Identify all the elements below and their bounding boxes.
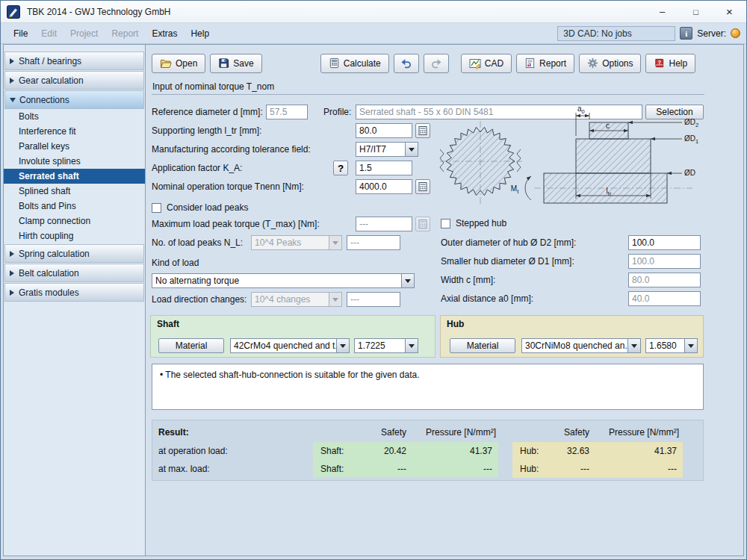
result-panel: Result: Safety Pressure [N/mm²] Safety P… — [152, 420, 704, 481]
tolerance-combo[interactable]: H7/IT7 — [356, 142, 418, 157]
chevron-down-icon[interactable] — [627, 339, 640, 352]
cad-button[interactable]: CAD — [461, 54, 512, 73]
sidebar-item-bolts[interactable]: Bolts — [4, 109, 145, 124]
shaft-panel-title: Shaft — [157, 319, 179, 329]
window-title: TBK 2014 - GWJ Technology GmbH — [27, 7, 171, 17]
info-icon[interactable]: i — [680, 27, 692, 40]
gear-icon — [587, 57, 598, 69]
cad-label: CAD — [485, 58, 503, 69]
menu-extras[interactable]: Extras — [145, 25, 184, 42]
message-box: • The selected shaft-hub-connection is s… — [152, 364, 704, 410]
save-button[interactable]: Save — [210, 54, 261, 73]
sidebar-section-spring-calculation[interactable]: Spring calculation — [4, 244, 144, 263]
application-factor-help-button[interactable]: ? — [333, 161, 348, 175]
report-document-icon — [524, 57, 536, 69]
undo-arrow-icon — [400, 57, 412, 69]
open-button[interactable]: Open — [152, 54, 205, 73]
chevron-down-icon[interactable] — [405, 143, 418, 156]
nominal-torque-field[interactable] — [356, 179, 412, 194]
hub-material-name: 30CrNiMo8 quenched an... — [522, 339, 627, 352]
section-label: Belt calculation — [19, 268, 79, 279]
app-logo-icon — [7, 5, 20, 19]
chevron-down-icon[interactable] — [336, 339, 349, 352]
section-label: Shaft / bearings — [19, 56, 81, 66]
nominal-torque-label: Nominal operation torque Tnenn [Nm]: — [152, 179, 304, 194]
sidebar-section-gratis-modules[interactable]: Gratis modules — [4, 283, 144, 302]
sidebar-section-belt-calculation[interactable]: Belt calculation — [4, 264, 144, 282]
calculate-button[interactable]: Calculate — [320, 54, 389, 73]
server-label: Server: — [697, 28, 726, 39]
serrated-cross-section — [446, 127, 515, 195]
chevron-right-icon — [10, 251, 14, 257]
title-bar: TBK 2014 - GWJ Technology GmbH – □ × — [1, 1, 746, 23]
shaft-material-number: 1.7225 — [355, 339, 405, 352]
shaft-material-button[interactable]: Material — [158, 338, 224, 353]
close-button[interactable]: × — [713, 1, 746, 22]
chevron-down-icon — [329, 293, 341, 306]
hub-material-combo[interactable]: 30CrNiMo8 quenched an... — [521, 338, 641, 353]
chevron-down-icon[interactable] — [684, 339, 697, 352]
message-bullet: • — [160, 370, 163, 380]
shaft-material-number-combo[interactable]: 1.7225 — [354, 338, 418, 353]
menu-project: Project — [63, 25, 105, 42]
hub-pressure-value: --- — [598, 460, 677, 478]
sidebar-item-clamp-connection[interactable]: Clamp connection — [4, 214, 145, 228]
dim-label-c: c — [606, 122, 610, 130]
pressure-header-shaft: Pressure [N/mm²] — [412, 426, 496, 439]
server-status-icon — [731, 28, 740, 38]
chevron-down-icon[interactable] — [405, 339, 418, 352]
nominal-torque-calc-button[interactable] — [415, 179, 430, 194]
redo-arrow-icon — [430, 57, 442, 69]
sidebar-section-gear-calculation[interactable]: Gear calculation — [4, 71, 144, 90]
supporting-length-calc-button[interactable] — [415, 123, 430, 138]
load-peaks-option: 10^4 Peaks — [252, 236, 329, 249]
hub-material-button[interactable]: Material — [450, 338, 515, 353]
pressure-header-hub: Pressure [N/mm²] — [595, 426, 679, 439]
menu-file[interactable]: File — [7, 25, 34, 42]
toolbar: Open Save — [152, 53, 700, 73]
sidebar-item-hirth-coupling[interactable]: Hirth coupling — [4, 228, 145, 243]
sidebar-item-involute-splines[interactable]: Involute splines — [4, 154, 145, 169]
shaft-material-name: 42CrMo4 quenched and t... — [231, 339, 336, 352]
options-button[interactable]: Options — [579, 54, 641, 73]
sidebar-item-splined-shaft[interactable]: Splined shaft — [4, 184, 145, 199]
hub-material-number-combo[interactable]: 1.6580 — [645, 338, 698, 353]
section-title: Input of nominal torque T_nom — [152, 81, 274, 92]
supporting-length-field[interactable] — [356, 123, 412, 138]
calculate-label: Calculate — [344, 58, 381, 69]
menu-edit: Edit — [34, 25, 63, 42]
sidebar-item-parallel-keys[interactable]: Parallel keys — [4, 139, 145, 154]
menu-help[interactable]: Help — [184, 25, 216, 42]
tolerance-label: Manufacturing according tolerance field: — [152, 142, 311, 157]
dim-label-d: ØD — [684, 169, 695, 177]
maximize-button[interactable]: □ — [679, 1, 713, 22]
hub-pressure-value: 41.37 — [598, 442, 677, 460]
cad-drawing-icon — [469, 57, 481, 69]
undo-button[interactable] — [394, 54, 419, 73]
outer-diameter-field[interactable] — [628, 235, 701, 250]
safety-header-shaft: Safety — [341, 426, 406, 439]
menu-report: Report — [105, 25, 145, 42]
hub-width-field — [628, 273, 701, 287]
consider-load-peaks-checkbox[interactable] — [152, 203, 161, 213]
section-label: Gear calculation — [19, 75, 84, 86]
chevron-down-icon[interactable] — [401, 274, 414, 287]
report-button[interactable]: Report — [516, 54, 574, 73]
hub-section — [576, 139, 651, 173]
chevron-right-icon — [10, 290, 14, 296]
sidebar-item-bolts-and-pins[interactable]: Bolts and Pins — [4, 199, 145, 214]
sidebar-item-interference-fit[interactable]: Interference fit — [4, 124, 145, 139]
safety-header-hub: Safety — [524, 426, 589, 439]
sidebar-item-serrated-shaft[interactable]: Serrated shaft — [4, 169, 145, 184]
application-factor-field[interactable] — [356, 161, 412, 175]
consider-load-peaks-label: Consider load peaks — [167, 200, 248, 215]
sidebar-section-shaft-bearings[interactable]: Shaft / bearings — [4, 52, 144, 70]
stepped-hub-checkbox[interactable] — [441, 219, 450, 228]
sidebar-section-connections[interactable]: Connections — [4, 90, 144, 109]
kind-of-load-combo[interactable]: No alternating torque — [152, 273, 415, 288]
help-button[interactable]: ? Help — [645, 54, 695, 73]
result-title: Result: — [158, 426, 189, 439]
reference-diameter-field — [266, 105, 308, 119]
minimize-button[interactable]: – — [645, 1, 679, 22]
shaft-material-combo[interactable]: 42CrMo4 quenched and t... — [230, 338, 350, 353]
